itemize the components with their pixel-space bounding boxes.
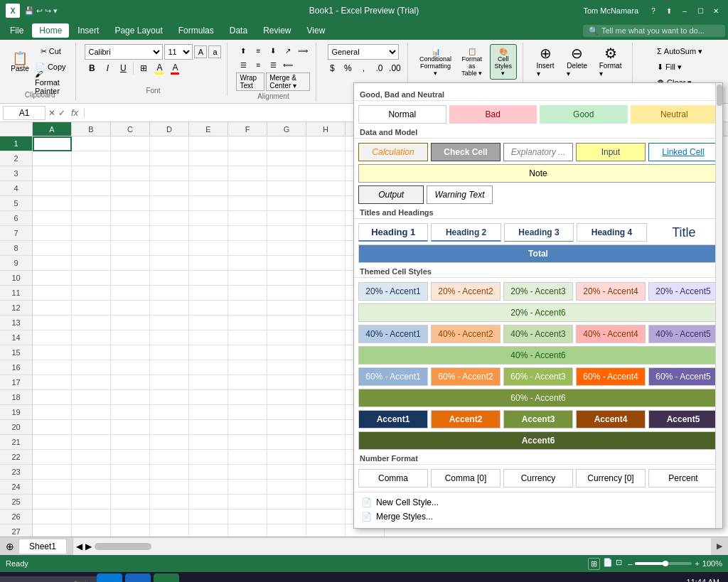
outdent-button[interactable]: ⟸: [281, 58, 295, 71]
cell-F18[interactable]: [228, 390, 267, 405]
cell-B26[interactable]: [72, 510, 111, 524]
style-normal[interactable]: Normal: [358, 105, 446, 124]
row-number-7[interactable]: 7: [0, 226, 33, 241]
cell-styles-button[interactable]: 🎨 CellStyles ▾: [490, 44, 517, 80]
edge-app[interactable]: e: [97, 573, 122, 582]
new-cell-style-button[interactable]: 📄 New Cell Style...: [354, 495, 722, 510]
style-40-accent3[interactable]: 40% - Accent3: [503, 325, 573, 343]
fill-color-button[interactable]: A: [152, 61, 166, 75]
formula-confirm-icon[interactable]: ✓: [58, 108, 65, 118]
row-number-19[interactable]: 19: [0, 405, 33, 420]
cell-G24[interactable]: [267, 480, 306, 495]
cell-F19[interactable]: [228, 405, 267, 420]
cell-C17[interactable]: [111, 375, 150, 390]
cell-F12[interactable]: [228, 301, 267, 316]
cell-D19[interactable]: [150, 405, 189, 420]
cell-G8[interactable]: [267, 241, 306, 256]
maximize-button[interactable]: ☐: [694, 4, 707, 17]
cell-D1[interactable]: [150, 136, 189, 151]
page-layout-button[interactable]: 📄: [603, 558, 613, 570]
delete-button[interactable]: ⊖ Delete ▾: [562, 44, 592, 78]
cell-A17[interactable]: [33, 375, 72, 390]
increase-decimal-button[interactable]: .00: [387, 61, 402, 75]
style-currency-0[interactable]: Currency [0]: [576, 469, 646, 487]
cell-C16[interactable]: [111, 360, 150, 375]
autosum-button[interactable]: Σ AutoSum ▾: [653, 44, 706, 58]
style-heading1[interactable]: Heading 1: [358, 223, 428, 242]
scroll-thumb[interactable]: [95, 543, 151, 550]
cell-G11[interactable]: [267, 286, 306, 301]
cell-G19[interactable]: [267, 405, 306, 420]
cell-E22[interactable]: [189, 450, 228, 465]
cell-B21[interactable]: [72, 435, 111, 450]
cell-G18[interactable]: [267, 390, 306, 405]
cell-C14[interactable]: [111, 330, 150, 345]
italic-button[interactable]: I: [100, 61, 114, 75]
cell-B8[interactable]: [72, 241, 111, 256]
cell-G16[interactable]: [267, 360, 306, 375]
cell-F26[interactable]: [228, 510, 267, 524]
formula-cancel-icon[interactable]: ✕: [48, 108, 55, 118]
cell-D12[interactable]: [150, 301, 189, 316]
cell-G3[interactable]: [267, 166, 306, 181]
indent-button[interactable]: ⟹: [296, 44, 310, 57]
cell-D3[interactable]: [150, 166, 189, 181]
cell-H25[interactable]: [306, 495, 346, 510]
cell-E2[interactable]: [189, 151, 228, 166]
cell-E6[interactable]: [189, 211, 228, 226]
style-warning-text[interactable]: Warning Text: [427, 185, 492, 204]
style-total[interactable]: Total: [358, 244, 718, 263]
cell-D9[interactable]: [150, 256, 189, 271]
cell-G27[interactable]: [267, 524, 306, 537]
scroll-track[interactable]: [95, 543, 711, 550]
cell-B16[interactable]: [72, 360, 111, 375]
menu-page-layout[interactable]: Page Layout: [107, 23, 169, 38]
cell-H22[interactable]: [306, 450, 346, 465]
border-button[interactable]: ⊞: [136, 61, 151, 75]
cell-E16[interactable]: [189, 360, 228, 375]
cell-G9[interactable]: [267, 256, 306, 271]
cell-B9[interactable]: [72, 256, 111, 271]
cell-A14[interactable]: [33, 330, 72, 345]
zoom-out-button[interactable]: –: [628, 559, 632, 568]
menu-insert[interactable]: Insert: [70, 23, 106, 38]
menu-formulas[interactable]: Formulas: [171, 23, 221, 38]
cell-B15[interactable]: [72, 345, 111, 360]
cell-G21[interactable]: [267, 435, 306, 450]
cell-D4[interactable]: [150, 181, 189, 196]
style-currency[interactable]: Currency: [503, 469, 573, 487]
cell-G12[interactable]: [267, 301, 306, 316]
cell-C9[interactable]: [111, 256, 150, 271]
cell-F1[interactable]: [228, 136, 267, 151]
cell-G7[interactable]: [267, 226, 306, 241]
cell-B11[interactable]: [72, 286, 111, 301]
cell-G13[interactable]: [267, 316, 306, 330]
wrap-text-button[interactable]: Wrap Text: [236, 72, 264, 91]
cell-A11[interactable]: [33, 286, 72, 301]
style-neutral[interactable]: Neutral: [631, 105, 719, 124]
cell-E19[interactable]: [189, 405, 228, 420]
menu-review[interactable]: Review: [256, 23, 298, 38]
cell-H17[interactable]: [306, 375, 346, 390]
cell-A1[interactable]: [33, 136, 72, 151]
cell-H4[interactable]: [306, 181, 346, 196]
cell-E4[interactable]: [189, 181, 228, 196]
col-header-e[interactable]: E: [189, 122, 228, 136]
cell-G5[interactable]: [267, 196, 306, 211]
cell-F16[interactable]: [228, 360, 267, 375]
cell-H27[interactable]: [306, 524, 346, 537]
cell-D14[interactable]: [150, 330, 189, 345]
minimize-button[interactable]: –: [678, 4, 691, 17]
style-40-accent5[interactable]: 40% - Accent5: [648, 325, 718, 343]
cell-E9[interactable]: [189, 256, 228, 271]
cell-F13[interactable]: [228, 316, 267, 330]
cell-H7[interactable]: [306, 226, 346, 241]
row-number-6[interactable]: 6: [0, 211, 33, 226]
row-number-3[interactable]: 3: [0, 166, 33, 181]
cut-button[interactable]: ✂ Cut: [31, 44, 70, 58]
menu-view[interactable]: View: [300, 23, 333, 38]
dropdown-scrollbar-thumb[interactable]: [717, 85, 722, 106]
cell-A2[interactable]: [33, 151, 72, 166]
row-number-25[interactable]: 25: [0, 495, 33, 510]
cell-A3[interactable]: [33, 166, 72, 181]
